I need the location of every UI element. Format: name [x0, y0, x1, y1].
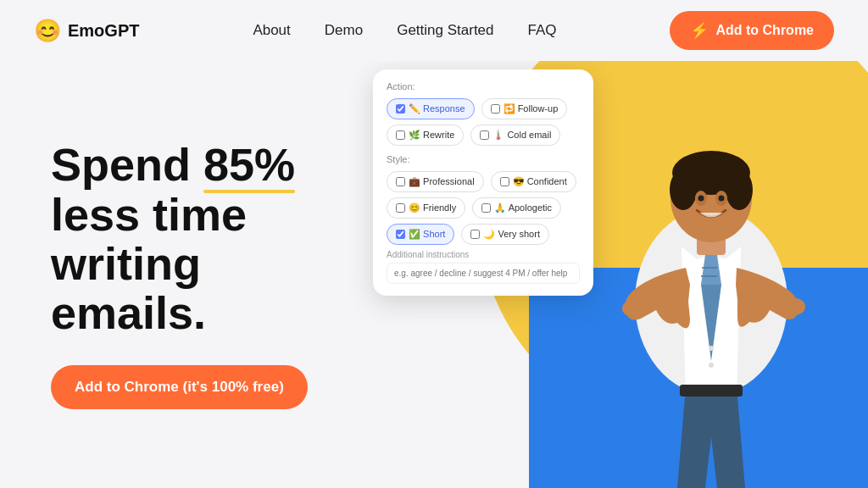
chip-friendly-label: 😊 Friendly — [409, 202, 456, 214]
chip-very-short-label: 🌙 Very short — [483, 229, 540, 240]
hero-right-content: Action: ✏️ Response 🔁 Follow-up 🌿 Rewrit… — [356, 61, 868, 488]
svg-point-5 — [726, 169, 753, 210]
chip-cold-email-checkbox[interactable] — [480, 130, 489, 140]
chip-professional-checkbox[interactable] — [396, 177, 405, 186]
nav-about[interactable]: About — [253, 22, 290, 38]
nav-demo[interactable]: Demo — [325, 22, 363, 38]
action-chips-row2: 🌿 Rewrite 🌡️ Cold email — [387, 125, 580, 146]
hero-left-content: Spend 85% less time writing emails. Add … — [0, 61, 356, 488]
chip-apologetic-label: 🙏 Apologetic — [494, 202, 552, 214]
ui-card: Action: ✏️ Response 🔁 Follow-up 🌿 Rewrit… — [373, 69, 593, 296]
chip-confident-checkbox[interactable] — [500, 177, 509, 186]
action-label: Action: — [387, 81, 580, 92]
style-label: Style: — [387, 154, 580, 164]
chip-rewrite[interactable]: 🌿 Rewrite — [387, 125, 464, 146]
nav-add-to-chrome-button[interactable]: ⚡ Add to Chrome — [670, 11, 834, 50]
logo-emoji: 😊 — [34, 18, 61, 44]
bolt-icon: ⚡ — [690, 21, 709, 40]
style-chips-row3: ✅ Short 🌙 Very short — [387, 224, 580, 245]
chip-short[interactable]: ✅ Short — [387, 224, 454, 245]
chip-cold-email[interactable]: 🌡️ Cold email — [470, 125, 560, 146]
chip-response-checkbox[interactable] — [396, 104, 405, 114]
additional-instructions-input[interactable] — [387, 263, 580, 284]
chip-cold-email-label: 🌡️ Cold email — [492, 130, 551, 141]
svg-point-15 — [709, 346, 714, 351]
svg-rect-14 — [680, 385, 743, 396]
svg-point-9 — [719, 196, 725, 202]
chip-response[interactable]: ✏️ Response — [387, 98, 475, 119]
logo-text: EmoGPT — [68, 21, 139, 41]
hero-title: Spend 85% less time writing emails. — [51, 140, 356, 337]
chip-confident[interactable]: 😎 Confident — [491, 171, 576, 192]
chip-rewrite-label: 🌿 Rewrite — [409, 130, 454, 141]
additional-instructions-label: Additional instructions — [387, 250, 580, 259]
logo[interactable]: 😊 EmoGPT — [34, 18, 139, 44]
hero-add-to-chrome-button[interactable]: Add to Chrome (it's 100% free) — [51, 365, 308, 409]
chip-follow-up-checkbox[interactable] — [491, 104, 500, 114]
nav-faq[interactable]: FAQ — [528, 22, 557, 38]
style-chips-row1: 💼 Professional 😎 Confident — [387, 171, 580, 192]
nav-getting-started[interactable]: Getting Started — [397, 22, 493, 38]
chip-follow-up-label: 🔁 Follow-up — [504, 103, 559, 114]
hero-highlight: 85% — [203, 140, 295, 189]
chip-friendly[interactable]: 😊 Friendly — [387, 197, 465, 219]
chip-follow-up[interactable]: 🔁 Follow-up — [481, 98, 568, 119]
svg-point-4 — [670, 169, 697, 210]
chip-professional-label: 💼 Professional — [409, 176, 475, 187]
chip-very-short-checkbox[interactable] — [470, 230, 480, 239]
navbar: 😊 EmoGPT About Demo Getting Started FAQ … — [0, 0, 868, 61]
chip-short-label: ✅ Short — [409, 229, 445, 240]
svg-point-8 — [698, 196, 704, 202]
chip-very-short[interactable]: 🌙 Very short — [461, 224, 549, 245]
nav-cta-label: Add to Chrome — [715, 23, 814, 38]
chip-friendly-checkbox[interactable] — [396, 203, 405, 213]
chip-response-label: ✏️ Response — [409, 103, 465, 114]
person-svg — [580, 98, 843, 488]
chip-apologetic-checkbox[interactable] — [481, 203, 491, 213]
svg-point-13 — [785, 298, 805, 315]
svg-point-12 — [622, 300, 643, 317]
style-chips-row2: 😊 Friendly 🙏 Apologetic — [387, 197, 580, 219]
chip-confident-label: 😎 Confident — [513, 176, 567, 187]
action-chips-row1: ✏️ Response 🔁 Follow-up — [387, 98, 580, 119]
svg-point-16 — [709, 363, 714, 368]
chip-apologetic[interactable]: 🙏 Apologetic — [472, 197, 561, 219]
chip-short-checkbox[interactable] — [396, 230, 405, 239]
hero-section: Spend 85% less time writing emails. Add … — [0, 61, 868, 488]
person-image — [580, 98, 843, 488]
nav-links: About Demo Getting Started FAQ — [253, 22, 556, 39]
chip-rewrite-checkbox[interactable] — [396, 130, 405, 140]
chip-professional[interactable]: 💼 Professional — [387, 171, 484, 192]
